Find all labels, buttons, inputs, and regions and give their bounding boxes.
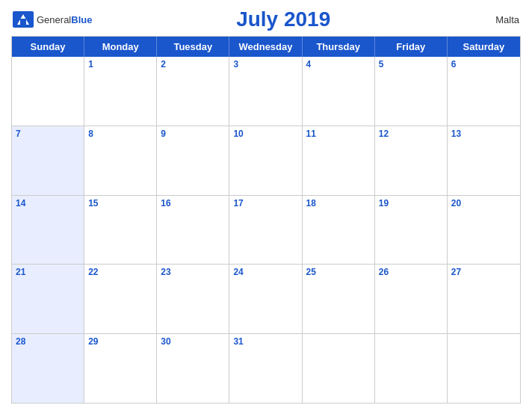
day-cell: 28 xyxy=(12,334,84,403)
logo-icon xyxy=(13,11,34,28)
day-cell: 24 xyxy=(229,265,302,333)
day-cell: 19 xyxy=(375,196,448,265)
day-cell xyxy=(375,334,448,403)
day-cell: 20 xyxy=(448,196,520,265)
day-number: 17 xyxy=(233,198,297,208)
day-cell: 15 xyxy=(84,196,157,265)
day-header-friday: Friday xyxy=(375,37,448,57)
day-header-tuesday: Tuesday xyxy=(157,37,229,57)
week-row-4: 21222324252627 xyxy=(12,265,520,334)
calendar-body: 1234567891011121314151617181920212223242… xyxy=(12,57,520,403)
day-number: 21 xyxy=(16,267,80,277)
day-cell: 22 xyxy=(84,265,157,333)
day-cell: 7 xyxy=(12,126,84,195)
week-row-2: 78910111213 xyxy=(12,126,520,196)
day-cell: 27 xyxy=(448,265,520,333)
logo-blue: Blue xyxy=(71,14,92,25)
day-number: 2 xyxy=(161,59,225,69)
day-number: 16 xyxy=(161,198,225,208)
calendar-header: GeneralBlue July 2019 Malta xyxy=(11,7,521,31)
day-cell: 12 xyxy=(375,126,448,195)
day-header-wednesday: Wednesday xyxy=(229,37,302,57)
day-cell: 18 xyxy=(303,196,375,265)
logo-text: GeneralBlue xyxy=(37,13,92,26)
day-number: 3 xyxy=(233,59,297,69)
day-number: 31 xyxy=(233,336,297,347)
day-number: 27 xyxy=(451,267,516,277)
day-cell: 13 xyxy=(448,126,520,195)
day-cell: 9 xyxy=(157,126,229,195)
day-cell: 23 xyxy=(157,265,229,333)
day-cell xyxy=(448,334,520,403)
country-label: Malta xyxy=(474,14,519,25)
day-number: 15 xyxy=(88,198,152,208)
day-number: 5 xyxy=(379,59,443,69)
day-number: 9 xyxy=(161,129,225,139)
day-number: 26 xyxy=(379,267,443,277)
day-number: 28 xyxy=(16,336,80,347)
svg-rect-2 xyxy=(20,19,26,25)
days-header: SundayMondayTuesdayWednesdayThursdayFrid… xyxy=(12,37,520,57)
logo-general: General xyxy=(37,14,71,25)
day-number: 13 xyxy=(451,129,516,139)
day-number: 18 xyxy=(306,198,371,208)
day-number: 7 xyxy=(16,129,80,139)
day-number: 20 xyxy=(451,198,516,208)
day-header-saturday: Saturday xyxy=(448,37,520,57)
day-header-sunday: Sunday xyxy=(12,37,84,57)
day-cell: 25 xyxy=(303,265,375,333)
day-number: 19 xyxy=(379,198,443,208)
day-cell: 4 xyxy=(303,57,375,126)
week-row-1: 123456 xyxy=(12,57,520,126)
calendar: SundayMondayTuesdayWednesdayThursdayFrid… xyxy=(11,36,521,404)
day-cell: 31 xyxy=(229,334,302,403)
week-row-3: 14151617181920 xyxy=(12,196,520,265)
day-number: 8 xyxy=(88,129,152,139)
day-cell: 10 xyxy=(229,126,302,195)
day-cell: 16 xyxy=(157,196,229,265)
day-header-thursday: Thursday xyxy=(303,37,375,57)
day-cell: 2 xyxy=(157,57,229,126)
day-number: 25 xyxy=(306,267,371,277)
calendar-title: July 2019 xyxy=(92,7,474,31)
day-number: 22 xyxy=(88,267,152,277)
day-number: 1 xyxy=(88,59,152,69)
day-cell: 11 xyxy=(303,126,375,195)
day-cell: 6 xyxy=(448,57,520,126)
day-cell: 17 xyxy=(229,196,302,265)
day-header-monday: Monday xyxy=(84,37,157,57)
day-number: 4 xyxy=(306,59,371,69)
day-number: 24 xyxy=(233,267,297,277)
day-cell: 1 xyxy=(84,57,157,126)
day-cell: 29 xyxy=(84,334,157,403)
day-cell: 30 xyxy=(157,334,229,403)
day-cell: 3 xyxy=(229,57,302,126)
logo: GeneralBlue xyxy=(13,11,92,28)
day-cell: 8 xyxy=(84,126,157,195)
week-row-5: 28293031 xyxy=(12,334,520,403)
day-number: 30 xyxy=(161,336,225,347)
day-number: 23 xyxy=(161,267,225,277)
day-cell: 21 xyxy=(12,265,84,333)
day-number: 10 xyxy=(233,129,297,139)
day-number: 14 xyxy=(16,198,80,208)
day-number: 11 xyxy=(306,129,371,139)
day-cell: 14 xyxy=(12,196,84,265)
day-cell: 26 xyxy=(375,265,448,333)
day-cell xyxy=(12,57,84,126)
day-cell: 5 xyxy=(375,57,448,126)
day-number: 12 xyxy=(379,129,443,139)
day-number: 6 xyxy=(451,59,516,69)
day-cell xyxy=(303,334,375,403)
day-number: 29 xyxy=(88,336,152,347)
